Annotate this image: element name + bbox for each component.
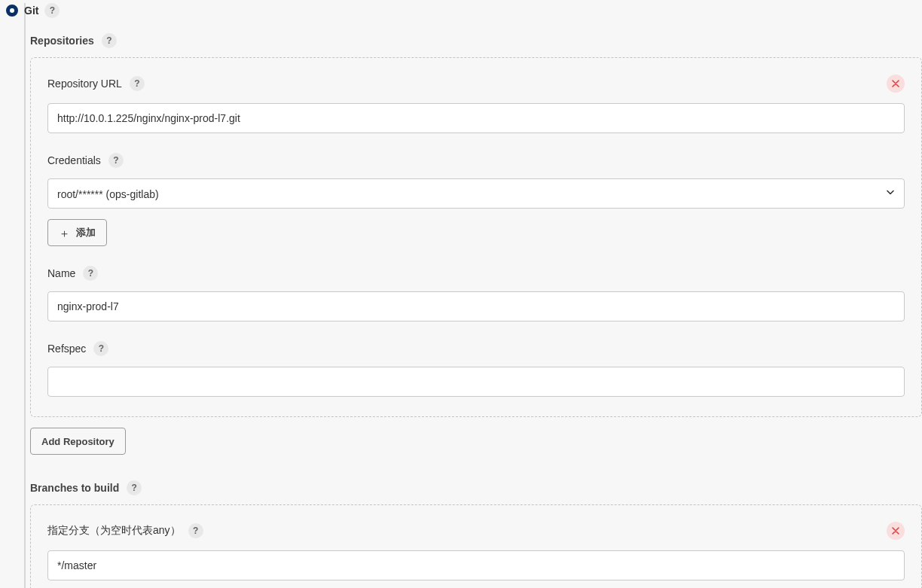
branch-spec-input[interactable]	[47, 550, 905, 580]
radio-selected-icon	[6, 5, 18, 17]
repo-name-label: Name	[47, 267, 75, 279]
credentials-label: Credentials	[47, 154, 101, 166]
repo-url-label: Repository URL	[47, 78, 122, 90]
close-icon	[892, 80, 899, 87]
branch-spec-label: 指定分支（为空时代表any）	[47, 524, 181, 538]
repositories-header: Repositories ?	[30, 33, 922, 48]
plus-icon: ＋	[59, 227, 70, 239]
credentials-select[interactable]: root/****** (ops-gitlab)	[47, 178, 905, 209]
help-icon[interactable]: ?	[44, 3, 60, 18]
repo-url-group: Repository URL ?	[47, 75, 905, 133]
remove-branch-button[interactable]	[887, 522, 905, 540]
credentials-group: Credentials ? root/****** (ops-gitlab) ＋…	[47, 153, 905, 246]
branches-section: Branches to build ? 指定分支（为空时代表any） ?	[30, 480, 922, 588]
help-icon[interactable]: ?	[83, 266, 98, 281]
branches-header: Branches to build ?	[30, 480, 922, 495]
refspec-label: Refspec	[47, 343, 86, 355]
add-repository-label: Add Repository	[41, 436, 114, 447]
help-icon[interactable]: ?	[93, 341, 108, 356]
repositories-section: Repositories ? Repository URL ? Cr	[30, 33, 922, 455]
add-credentials-label: 添加	[76, 226, 96, 239]
scm-git-label: Git	[24, 5, 38, 17]
branch-spec-group: 指定分支（为空时代表any） ?	[47, 522, 905, 580]
close-icon	[892, 527, 899, 535]
help-icon[interactable]: ?	[108, 153, 124, 168]
refspec-input[interactable]	[47, 367, 905, 397]
branch-entry-box: 指定分支（为空时代表any） ?	[30, 504, 922, 588]
section-divider-line	[24, 3, 26, 588]
repositories-label: Repositories	[30, 35, 94, 47]
help-icon[interactable]: ?	[102, 33, 117, 48]
help-icon[interactable]: ?	[127, 480, 142, 495]
add-credentials-button[interactable]: ＋ 添加	[47, 219, 107, 246]
branches-label: Branches to build	[30, 482, 119, 494]
repo-url-input[interactable]	[47, 103, 905, 133]
add-repository-button[interactable]: Add Repository	[30, 428, 126, 455]
refspec-group: Refspec ?	[47, 341, 905, 397]
scm-git-radio-row[interactable]: Git ?	[6, 3, 916, 18]
repo-name-input[interactable]	[47, 291, 905, 321]
help-icon[interactable]: ?	[130, 76, 145, 91]
repo-name-group: Name ?	[47, 266, 905, 321]
repository-entry-box: Repository URL ? Credentials ? root/****…	[30, 57, 922, 417]
help-icon[interactable]: ?	[188, 523, 203, 538]
remove-repository-button[interactable]	[887, 75, 905, 93]
